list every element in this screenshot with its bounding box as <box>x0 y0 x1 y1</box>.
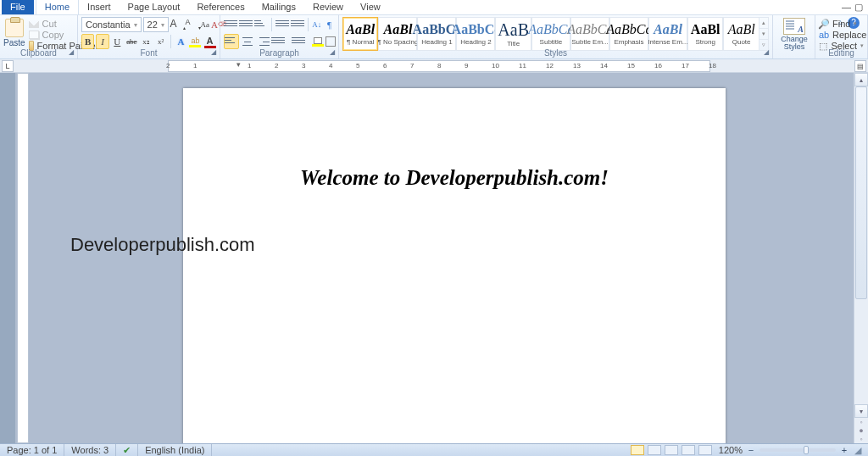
style-option[interactable]: AaBlIntense Em... <box>648 17 687 51</box>
browse-object-button[interactable]: ● <box>854 426 868 435</box>
font-launcher-icon[interactable]: ◢ <box>209 48 218 57</box>
borders-button[interactable] <box>326 34 336 49</box>
style-option[interactable]: AaBbCcSubtle Em... <box>570 17 609 51</box>
tab-mailings[interactable]: Mailings <box>253 0 304 14</box>
align-left-button[interactable] <box>224 34 239 49</box>
chevron-down-icon[interactable]: ▾ <box>161 21 164 29</box>
highlight-button[interactable]: ab <box>189 34 202 49</box>
group-styles: AaBl¶ NormalAaBl¶ No SpacingAaBbCcHeadin… <box>339 15 773 58</box>
show-marks-button[interactable]: ¶ <box>324 17 335 32</box>
style-option[interactable]: AaBbCcEmphasis <box>609 17 648 51</box>
bold-button[interactable]: B <box>81 34 94 49</box>
subscript-button[interactable]: x₂ <box>140 34 153 49</box>
style-option[interactable]: AaBlQuote <box>723 17 759 51</box>
tab-insert[interactable]: Insert <box>79 0 120 14</box>
font-size-combo[interactable]: 22 ▾ <box>143 17 169 32</box>
underline-button[interactable]: U <box>111 34 124 49</box>
multilevel-button[interactable] <box>254 17 268 32</box>
text-effects-button[interactable]: A <box>175 34 187 49</box>
scroll-thumb[interactable] <box>855 86 867 299</box>
style-name: Intense Em... <box>648 38 687 46</box>
styles-down-button[interactable]: ▾ <box>760 29 768 40</box>
styles-launcher-icon[interactable]: ◢ <box>762 48 771 57</box>
style-option[interactable]: AaBbCcHeading 2 <box>456 17 495 51</box>
prev-page-button[interactable]: ◦ <box>854 418 868 426</box>
status-words[interactable]: Words: 3 <box>64 444 116 456</box>
font-name-combo[interactable]: Constantia ▾ <box>81 17 142 32</box>
align-center-button[interactable] <box>241 34 254 49</box>
tabstop-selector[interactable]: L <box>2 60 14 72</box>
resize-grip-icon[interactable]: ◢ <box>853 445 863 456</box>
indent-marker-icon[interactable]: ▾ <box>236 60 241 69</box>
font-color-button[interactable]: A <box>203 34 216 49</box>
clipboard-launcher-icon[interactable]: ◢ <box>67 48 75 57</box>
tab-pagelayout[interactable]: Page Layout <box>120 0 189 14</box>
strike-button[interactable]: abc <box>125 34 138 49</box>
win-minimize-icon[interactable]: — <box>842 2 851 13</box>
style-name: Subtitle <box>540 38 563 46</box>
view-weblayout-button[interactable] <box>665 445 678 455</box>
grow-font-button[interactable]: A▴ <box>170 17 184 32</box>
scroll-down-button[interactable]: ▾ <box>854 404 868 418</box>
change-styles-button[interactable]: Change Styles <box>776 17 812 51</box>
decrease-indent-button[interactable] <box>275 17 289 32</box>
tab-home[interactable]: Home <box>36 0 79 14</box>
styles-gallery[interactable]: AaBl¶ NormalAaBl¶ No SpacingAaBbCcHeadin… <box>342 17 769 51</box>
horizontal-ruler[interactable]: ▾ 21123456789101112131415161718 <box>168 60 710 72</box>
zoom-in-button[interactable]: + <box>839 445 849 455</box>
zoom-level[interactable]: 120% <box>719 445 743 455</box>
replace-button[interactable]: ab Replace <box>819 30 864 40</box>
align-right-button[interactable] <box>256 34 270 49</box>
style-option[interactable]: AaBl¶ No Spacing <box>378 17 417 51</box>
justify-button[interactable] <box>271 34 285 49</box>
style-option[interactable]: AaBbCcHeading 1 <box>417 17 456 51</box>
next-page-button[interactable]: ◦ <box>854 435 868 443</box>
chevron-down-icon[interactable]: ▾ <box>134 21 137 29</box>
zoom-slider[interactable] <box>760 448 836 452</box>
view-printlayout-button[interactable] <box>631 445 644 455</box>
styles-up-button[interactable]: ▴ <box>760 18 768 29</box>
tab-review[interactable]: Review <box>304 0 352 14</box>
style-option[interactable]: AaBTitle <box>495 17 531 51</box>
paragraph-launcher-icon[interactable]: ◢ <box>328 48 337 57</box>
bullets-button[interactable] <box>224 17 237 32</box>
paste-button[interactable]: Paste <box>3 17 25 49</box>
italic-button[interactable]: I <box>96 34 108 49</box>
style-option[interactable]: AaBbCcSubtitle <box>531 17 570 51</box>
vertical-scrollbar[interactable]: ▴ ▾ ◦ ● ◦ <box>854 73 868 443</box>
linespacing-button[interactable] <box>292 34 305 49</box>
status-proof[interactable]: ✔ <box>116 444 138 456</box>
tab-references[interactable]: References <box>188 0 253 14</box>
view-fullscreen-button[interactable] <box>648 445 661 455</box>
sort-button[interactable]: A↓ <box>311 17 322 32</box>
change-case-button[interactable]: Aa <box>201 17 210 32</box>
numbering-button[interactable] <box>239 17 253 32</box>
document-page[interactable]: Welcome to Developerpublish.com! <box>183 88 726 443</box>
find-button[interactable]: 🔎 Find▾ <box>819 19 864 29</box>
tab-file[interactable]: File <box>2 0 34 14</box>
zoom-out-button[interactable]: − <box>746 445 756 455</box>
status-page[interactable]: Page: 1 of 1 <box>0 444 64 456</box>
status-lang[interactable]: English (India) <box>138 444 212 456</box>
scroll-track[interactable] <box>854 86 868 399</box>
style-preview: AaBbCc <box>606 23 651 36</box>
style-preview: AaBl <box>728 23 755 36</box>
shrink-font-button[interactable]: A▾ <box>186 17 199 32</box>
vertical-ruler[interactable] <box>17 73 29 443</box>
view-draft-button[interactable] <box>698 445 712 455</box>
ruler-number: 13 <box>573 62 581 70</box>
view-outline-button[interactable] <box>682 445 695 455</box>
increase-indent-button[interactable] <box>291 17 304 32</box>
style-name: Heading 1 <box>421 38 452 46</box>
zoom-slider-thumb[interactable] <box>804 446 809 454</box>
tab-view[interactable]: View <box>352 0 389 14</box>
style-option[interactable]: AaBlStrong <box>687 17 723 51</box>
shading-button[interactable] <box>312 34 324 49</box>
style-option[interactable]: AaBl¶ Normal <box>342 17 378 51</box>
document-title-text[interactable]: Welcome to Developerpublish.com! <box>249 166 659 190</box>
win-restore-icon[interactable]: ▢ <box>854 2 863 13</box>
styles-scroll[interactable]: ▴▾▿ <box>760 17 769 51</box>
ruler-toggle-button[interactable]: ▤ <box>854 60 866 72</box>
scroll-up-button[interactable]: ▴ <box>854 73 868 86</box>
superscript-button[interactable]: x² <box>154 34 167 49</box>
